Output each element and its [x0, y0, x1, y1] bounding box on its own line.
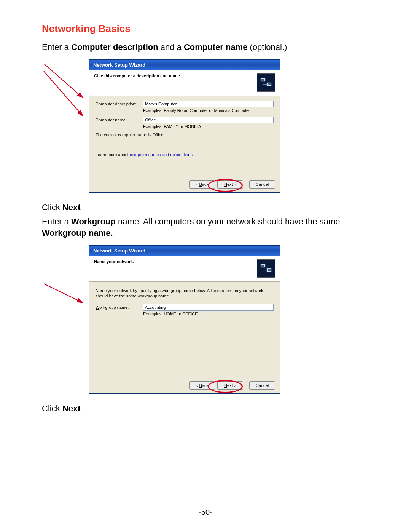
- svg-rect-3: [261, 79, 264, 81]
- back-button[interactable]: < Back: [189, 381, 215, 390]
- wizard-header-title: Give this computer a description and nam…: [94, 73, 257, 78]
- text: and a: [158, 42, 184, 52]
- network-icon: [257, 259, 275, 278]
- cancel-button[interactable]: Cancel: [249, 381, 275, 390]
- svg-line-1: [44, 71, 83, 116]
- page-number: -50-: [0, 508, 411, 517]
- description-example: Examples: Family Room Computer or Monica…: [143, 108, 274, 113]
- callout-arrows: [38, 60, 91, 193]
- learn-more-line: Learn more about computer names and desc…: [96, 152, 274, 157]
- click-next-2: Click Next: [42, 403, 369, 414]
- current-name-line: The current computer name is Office: [96, 133, 274, 137]
- computer-name-input[interactable]: [143, 117, 274, 123]
- workgroup-paragraph: Enter a Workgroup name. All computers on…: [42, 216, 369, 238]
- wizard-header-title: Name your network.: [94, 259, 257, 264]
- titlebar: Network Setup Wizard: [89, 246, 280, 256]
- back-button[interactable]: < Back: [189, 180, 215, 189]
- text-bold: Computer description: [71, 42, 158, 52]
- wizard-instruction: Name your network by specifying a workgr…: [96, 288, 274, 299]
- click-next-1: Click Next: [42, 202, 369, 213]
- next-button[interactable]: Next >: [217, 180, 243, 189]
- section-title: Networking Basics: [42, 23, 369, 35]
- button-row: < Back Next > Cancel: [89, 176, 280, 192]
- svg-rect-10: [261, 265, 264, 267]
- learn-more-link[interactable]: computer names and descriptions: [130, 152, 193, 157]
- titlebar: Network Setup Wizard: [89, 60, 280, 70]
- text-bold: Computer name: [184, 42, 247, 52]
- next-button[interactable]: Next >: [217, 381, 243, 390]
- wizard-dialog-1: Network Setup Wizard Give this computer …: [89, 60, 280, 193]
- callout-arrows: [38, 246, 91, 394]
- computer-description-label: Computer description:: [96, 102, 143, 106]
- svg-line-8: [44, 284, 83, 303]
- computer-description-input[interactable]: [143, 101, 274, 107]
- wizard-header: Name your network.: [89, 256, 280, 282]
- network-icon: [257, 73, 275, 92]
- workgroup-label: Workgroup name:: [96, 305, 143, 310]
- workgroup-example: Examples: HOME or OFFICE: [143, 312, 274, 316]
- text: (optional.): [247, 42, 287, 52]
- name-example: Examples: FAMILY or MONICA: [143, 124, 274, 129]
- wizard-header: Give this computer a description and nam…: [89, 70, 280, 96]
- workgroup-input[interactable]: [143, 304, 274, 311]
- svg-line-0: [44, 64, 83, 98]
- computer-name-label: Computer name:: [96, 118, 143, 122]
- cancel-button[interactable]: Cancel: [249, 180, 275, 189]
- button-row: < Back Next > Cancel: [89, 377, 280, 393]
- text: Enter a: [42, 42, 71, 52]
- intro-paragraph: Enter a Computer description and a Compu…: [42, 42, 369, 53]
- wizard-dialog-2: Network Setup Wizard Name your network.: [89, 246, 280, 394]
